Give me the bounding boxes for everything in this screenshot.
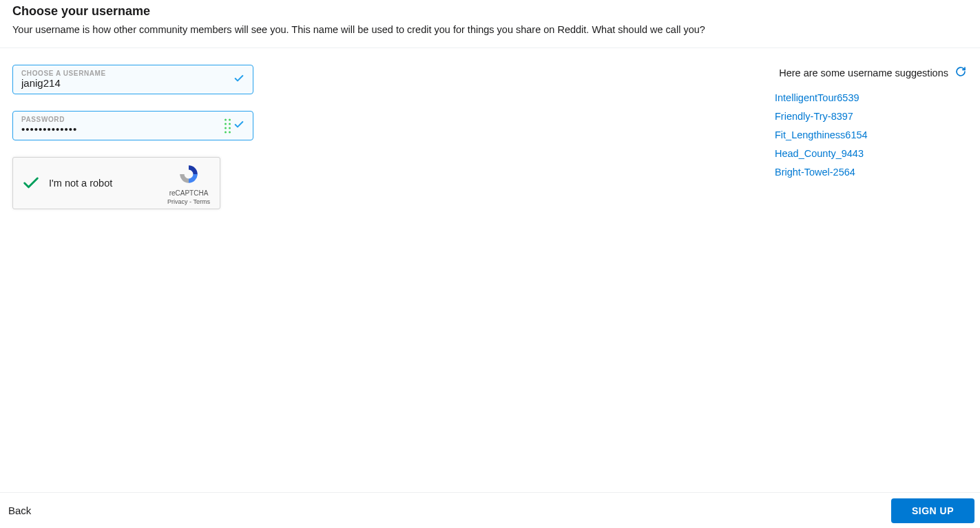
username-suggestions: Here are some username suggestions Intel… <box>775 65 968 209</box>
password-strength-icon <box>225 118 231 133</box>
checkmark-icon <box>233 73 244 87</box>
recaptcha-brand: reCAPTCHA <box>166 189 211 197</box>
signup-button[interactable]: SIGN UP <box>891 498 974 523</box>
recaptcha-badge: reCAPTCHA Privacy - Terms <box>166 163 211 205</box>
suggestion-item[interactable]: Head_County_9443 <box>775 145 968 163</box>
refresh-icon <box>955 66 966 77</box>
suggestions-title: Here are some username suggestions <box>779 67 948 78</box>
username-label: CHOOSE A USERNAME <box>21 70 225 77</box>
main-content: CHOOSE A USERNAME PASSWORD I'm no <box>0 48 980 209</box>
page-subtitle: Your username is how other community mem… <box>12 23 968 36</box>
recaptcha-logo-icon <box>178 163 200 185</box>
recaptcha-checkmark-icon <box>21 173 41 193</box>
username-field-wrap[interactable]: CHOOSE A USERNAME <box>12 65 253 94</box>
recaptcha-widget[interactable]: I'm not a robot reCAPTCHA Privacy - Term… <box>12 157 220 209</box>
page-title: Choose your username <box>12 4 968 19</box>
recaptcha-privacy-link[interactable]: Privacy <box>167 198 188 205</box>
password-label: PASSWORD <box>21 116 225 123</box>
username-input[interactable] <box>21 77 225 89</box>
signup-form: CHOOSE A USERNAME PASSWORD I'm no <box>12 65 274 209</box>
suggestion-item[interactable]: Friendly-Try-8397 <box>775 107 968 126</box>
checkmark-icon <box>233 119 244 133</box>
suggestion-item[interactable]: Bright-Towel-2564 <box>775 163 968 182</box>
recaptcha-terms-link[interactable]: Terms <box>193 198 210 205</box>
suggestion-list: IntelligentTour6539 Friendly-Try-8397 Fi… <box>775 89 968 181</box>
refresh-suggestions-button[interactable] <box>954 65 968 81</box>
recaptcha-label: I'm not a robot <box>49 178 112 189</box>
page-header: Choose your username Your username is ho… <box>0 0 980 48</box>
password-input[interactable] <box>21 123 225 135</box>
password-field-wrap[interactable]: PASSWORD <box>12 111 253 140</box>
suggestion-item[interactable]: IntelligentTour6539 <box>775 89 968 107</box>
suggestion-item[interactable]: Fit_Lengthiness6154 <box>775 126 968 145</box>
page-footer: Back SIGN UP <box>0 492 980 528</box>
suggestions-header: Here are some username suggestions <box>775 65 968 81</box>
back-button[interactable]: Back <box>6 500 34 520</box>
